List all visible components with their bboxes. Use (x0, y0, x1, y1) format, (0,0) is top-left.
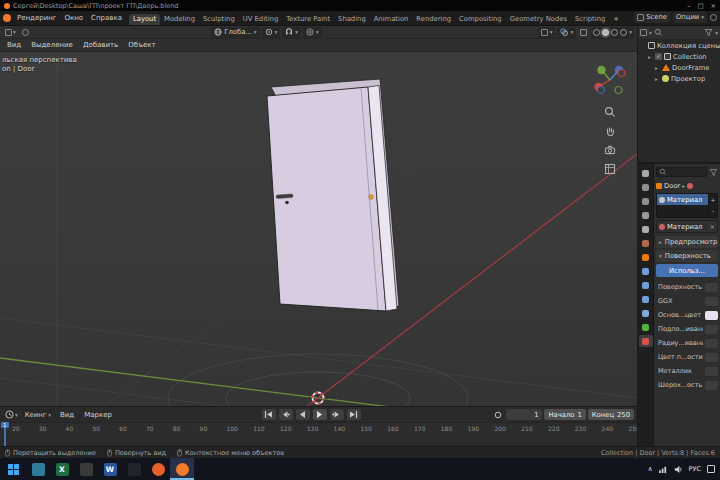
snapping-dropdown[interactable]: ▾ (282, 27, 301, 38)
unlink-icon[interactable]: × (710, 223, 715, 231)
outliner-editor-icon[interactable] (640, 29, 647, 36)
view-layer-icon[interactable] (710, 14, 717, 21)
scene-selector[interactable]: Scene (634, 12, 670, 23)
menu-render[interactable]: Рендеринг (13, 14, 61, 22)
viewport-menu-object[interactable]: Объект (124, 41, 159, 49)
expand-arrow-icon[interactable]: ▸ (655, 76, 660, 82)
workspace-tab-shading[interactable]: Shading (334, 14, 370, 25)
camera-view-icon[interactable] (603, 143, 618, 157)
shading-material-button[interactable] (611, 29, 618, 36)
network-icon[interactable] (659, 465, 668, 473)
taskbar-app-browser[interactable] (146, 458, 170, 480)
timeline-menu-view[interactable]: Вид (56, 411, 78, 419)
outliner-row[interactable]: ▸Проектор (638, 73, 720, 84)
world-icon[interactable] (639, 237, 653, 249)
workspace-tab-animation[interactable]: Animation (370, 14, 413, 25)
outliner-row[interactable]: ▸✓Collection (638, 51, 720, 62)
scene-icon[interactable] (639, 223, 653, 235)
search-icon[interactable] (654, 28, 663, 37)
shading-options-dropdown[interactable]: ▾ (629, 29, 632, 35)
value-field[interactable] (705, 297, 718, 306)
object-data-icon[interactable] (639, 321, 653, 333)
zoom-tool-icon[interactable] (603, 105, 618, 119)
value-field[interactable] (705, 325, 718, 334)
shading-rendered-button[interactable] (620, 29, 627, 36)
notification-center-icon[interactable] (707, 465, 715, 473)
current-frame-field[interactable]: 1 (506, 409, 542, 420)
taskbar-app-dark-red-app[interactable] (74, 458, 98, 480)
output-icon[interactable] (639, 195, 653, 207)
taskbar-app-blender[interactable] (170, 458, 194, 480)
maximize-button[interactable]: □ (697, 2, 703, 10)
menu-help[interactable]: Справка (87, 14, 126, 22)
mode-button[interactable] (20, 27, 31, 38)
object-icon[interactable] (639, 251, 653, 263)
workspace-tab-compositing[interactable]: Compositing (455, 14, 506, 25)
value-field[interactable] (705, 353, 718, 362)
taskbar-app-excel[interactable]: X (50, 458, 74, 480)
render-icon[interactable] (639, 181, 653, 193)
workspace-tab-rendering[interactable]: Rendering (412, 14, 455, 25)
options-dropdown[interactable]: Опции▾ (673, 12, 707, 23)
workspace-tab-layout[interactable]: Layout (129, 14, 160, 25)
section-surface[interactable]: ▾Поверхность (656, 250, 718, 262)
auto-keying-toggle[interactable] (492, 409, 504, 420)
tray-expand-chevron[interactable]: ∧ (648, 465, 653, 473)
play-button[interactable] (313, 409, 327, 420)
prev-keyframe-button[interactable] (279, 409, 293, 420)
value-field[interactable] (705, 367, 718, 376)
navigation-gizmo[interactable] (590, 60, 630, 100)
frame-end-field[interactable]: Конец250 (588, 409, 634, 420)
shading-solid-button[interactable] (602, 29, 609, 36)
pan-hand-icon[interactable] (603, 124, 618, 138)
jump-to-start-button[interactable] (262, 409, 276, 420)
physics-icon[interactable] (639, 293, 653, 305)
ortho-toggle-icon[interactable] (603, 162, 618, 176)
workspace-tab-scripting[interactable]: Scripting (571, 14, 609, 25)
keying-popover[interactable]: Кеинг▾ (22, 409, 54, 420)
shading-wireframe-button[interactable] (593, 29, 600, 36)
view-layer-icon[interactable] (639, 209, 653, 221)
timeline-editor[interactable]: ▾ Кеинг▾ Вид Маркер (0, 406, 637, 446)
play-reverse-button[interactable] (296, 409, 310, 420)
menu-window[interactable]: Окно (61, 14, 88, 22)
outliner-row[interactable]: Коллекция сцены (638, 40, 720, 51)
minimize-button[interactable]: – (687, 2, 690, 10)
particles-icon[interactable] (639, 279, 653, 291)
timeline-ruler[interactable]: 2030405060708090100110120130140150160170… (0, 422, 637, 434)
tool-icon[interactable] (639, 167, 653, 179)
volume-icon[interactable] (674, 465, 683, 474)
section-preview[interactable]: ▸Предпросмотр (656, 236, 718, 248)
start-button[interactable] (0, 458, 26, 480)
workspace-tab-+[interactable]: + (609, 14, 623, 25)
filter-funnel-icon[interactable] (704, 28, 713, 37)
outliner-filter-dropdown[interactable]: ▾ (715, 30, 718, 36)
timeline-editor-type-button[interactable]: ▾ (3, 409, 20, 420)
proportional-editing-dropdown[interactable]: ▾ (303, 27, 322, 38)
workspace-tab-uv-editing[interactable]: UV Editing (239, 14, 282, 25)
add-slot-button[interactable]: + (710, 194, 715, 205)
value-field[interactable] (705, 381, 718, 390)
viewport-menu-add[interactable]: Добавить (79, 41, 122, 49)
value-field[interactable] (705, 283, 718, 292)
outliner-editor-dropdown[interactable]: ▾ (649, 30, 652, 36)
expand-arrow-icon[interactable]: ▸ (655, 65, 660, 71)
taskbar-app-dark-app[interactable] (122, 458, 146, 480)
workspace-tab-geometry-nodes[interactable]: Geometry Nodes (506, 14, 571, 25)
material-datablock-selector[interactable]: Материал × (656, 220, 718, 233)
color-swatch[interactable] (705, 311, 718, 320)
taskbar-app-word[interactable]: W (98, 458, 122, 480)
workspace-tab-sculpting[interactable]: Sculpting (199, 14, 239, 25)
jump-to-end-button[interactable] (347, 409, 361, 420)
viewport-menu-view[interactable]: Вид (3, 41, 25, 49)
frame-start-field[interactable]: Начало1 (544, 409, 585, 420)
gizmos-dropdown[interactable]: ▾ (538, 27, 556, 38)
overlays-dropdown[interactable]: ▾ (557, 27, 576, 38)
xray-toggle[interactable] (578, 27, 589, 38)
pivot-point-dropdown[interactable]: ▾ (262, 27, 281, 38)
editor-type-button[interactable]: ▾ (3, 27, 18, 38)
language-indicator[interactable]: РУС (689, 465, 701, 473)
outliner-row[interactable]: ▸DoorFrame (638, 62, 720, 73)
blender-app-icon[interactable] (3, 14, 11, 22)
breadcrumb-object-name[interactable]: Door (664, 182, 680, 190)
